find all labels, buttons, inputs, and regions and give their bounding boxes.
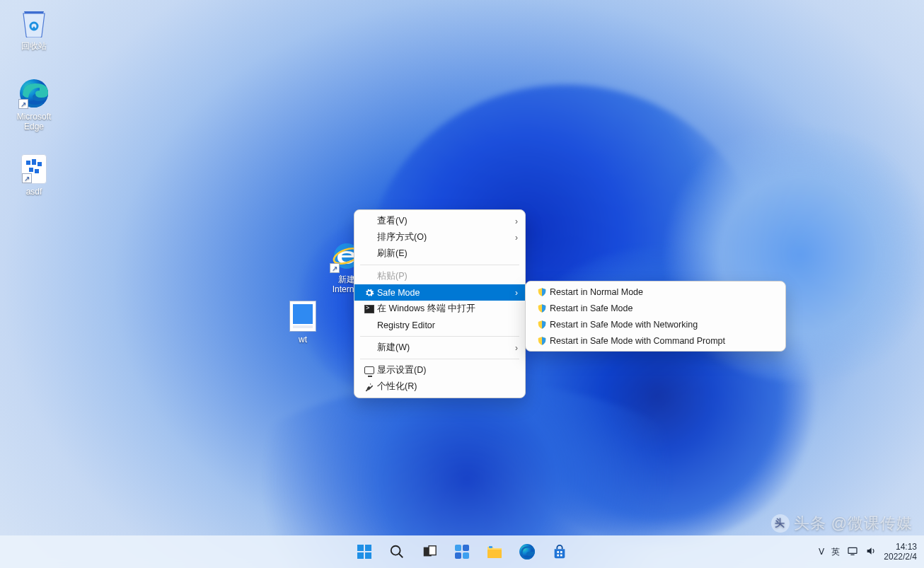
- tray-time: 14:13: [884, 542, 917, 552]
- desktop-context-menu: 查看(V)› 排序方式(O)› 刷新(E) 粘贴(P) Safe Mode› 在…: [354, 209, 526, 398]
- menu-separator: [360, 359, 519, 359]
- menu-item-safe-mode[interactable]: Safe Mode›: [354, 284, 525, 301]
- svg-rect-4: [365, 545, 371, 551]
- svg-rect-12: [463, 545, 469, 551]
- menu-item-registry-editor[interactable]: Registry Editor: [354, 317, 525, 333]
- watermark-text: 头条 @微课传媒: [794, 513, 913, 534]
- submenu-item-restart-normal[interactable]: Restart in Normal Mode: [526, 284, 785, 300]
- shortcut-arrow-icon: ↗: [330, 263, 340, 273]
- submenu-item-restart-safe-networking[interactable]: Restart in Safe Mode with Networking: [526, 316, 785, 332]
- svg-rect-6: [365, 552, 371, 559]
- tray-date: 2022/2/4: [884, 552, 917, 562]
- svg-line-8: [399, 554, 403, 558]
- start-button[interactable]: [350, 538, 379, 566]
- svg-rect-3: [357, 545, 364, 551]
- desktop-icon-label: 回收站: [7, 41, 61, 51]
- safe-mode-submenu: Restart in Normal Mode Restart in Safe M…: [525, 281, 786, 352]
- svg-rect-10: [429, 546, 436, 555]
- edge-button[interactable]: [513, 538, 541, 566]
- menu-item-sort[interactable]: 排序方式(O)›: [354, 229, 525, 245]
- menu-item-paste: 粘贴(P): [354, 268, 525, 284]
- shortcut-arrow-icon: ↗: [22, 173, 32, 183]
- edge-icon: ↗: [18, 78, 50, 109]
- task-view-button[interactable]: [415, 538, 444, 566]
- chevron-right-icon: ›: [515, 288, 518, 298]
- svg-rect-18: [557, 551, 559, 553]
- watermark-logo-icon: 头: [771, 514, 790, 533]
- clock[interactable]: 14:13 2022/2/4: [884, 542, 917, 562]
- shield-icon: [534, 320, 550, 330]
- ime-indicator[interactable]: 英: [831, 546, 840, 558]
- menu-item-view[interactable]: 查看(V)›: [354, 213, 525, 229]
- shield-icon: [534, 287, 550, 297]
- tray-overflow-button[interactable]: ᐯ: [819, 547, 824, 557]
- system-tray: ᐯ 英 14:13 2022/2/4: [819, 542, 917, 562]
- svg-rect-20: [557, 555, 559, 557]
- desktop-icon-asdf[interactable]: ↗ asdf: [7, 154, 61, 197]
- desktop-icon-label: asdf: [7, 187, 61, 197]
- svg-rect-16: [489, 546, 492, 548]
- file-explorer-button[interactable]: [480, 538, 509, 566]
- taskbar-center-apps: [350, 538, 574, 566]
- network-icon[interactable]: [847, 545, 858, 559]
- desktop-icon-recycle-bin[interactable]: 回收站: [7, 7, 61, 51]
- svg-rect-19: [560, 551, 562, 553]
- svg-rect-5: [357, 552, 364, 559]
- document-icon: [289, 301, 316, 332]
- svg-rect-11: [455, 545, 461, 551]
- desktop-icon-edge[interactable]: ↗ Microsoft Edge: [7, 78, 61, 132]
- submenu-item-restart-safe-cmd[interactable]: Restart in Safe Mode with Command Prompt: [526, 332, 785, 349]
- menu-item-open-terminal[interactable]: 在 Windows 终端 中打开: [354, 301, 525, 317]
- svg-rect-15: [487, 550, 502, 558]
- store-button[interactable]: [545, 538, 574, 566]
- watermark: 头 头条 @微课传媒: [771, 513, 913, 534]
- volume-icon[interactable]: [865, 545, 877, 559]
- shield-icon: [534, 303, 550, 313]
- taskbar: ᐯ 英 14:13 2022/2/4: [0, 535, 924, 568]
- chevron-right-icon: ›: [515, 216, 518, 226]
- svg-rect-21: [560, 555, 562, 557]
- paintbrush-icon: [362, 382, 377, 392]
- svg-rect-14: [463, 552, 469, 559]
- menu-separator: [360, 265, 519, 265]
- widgets-button[interactable]: [448, 538, 476, 566]
- menu-item-display-settings[interactable]: 显示设置(D): [354, 362, 525, 378]
- chevron-right-icon: ›: [515, 233, 518, 243]
- desktop-icon-label: Microsoft Edge: [7, 112, 61, 132]
- terminal-icon: [362, 305, 377, 313]
- shortcut-arrow-icon: ↗: [18, 99, 28, 109]
- svg-rect-22: [848, 547, 857, 553]
- search-button[interactable]: [383, 538, 411, 566]
- installer-icon: ↗: [21, 154, 47, 184]
- desktop-icon-wt[interactable]: wt: [276, 301, 330, 344]
- chevron-right-icon: ›: [515, 343, 518, 353]
- recycle-bin-icon: [18, 7, 50, 38]
- svg-rect-13: [455, 552, 461, 559]
- menu-item-new[interactable]: 新建(W)›: [354, 340, 525, 356]
- gear-icon: [362, 288, 377, 298]
- shield-icon: [534, 336, 550, 346]
- menu-separator: [360, 336, 519, 337]
- svg-point-7: [391, 546, 400, 555]
- desktop-icon-label: wt: [276, 335, 330, 344]
- menu-item-personalize[interactable]: 个性化(R): [354, 378, 525, 395]
- submenu-item-restart-safe[interactable]: Restart in Safe Mode: [526, 300, 785, 316]
- menu-item-refresh[interactable]: 刷新(E): [354, 245, 525, 262]
- display-icon: [362, 366, 377, 374]
